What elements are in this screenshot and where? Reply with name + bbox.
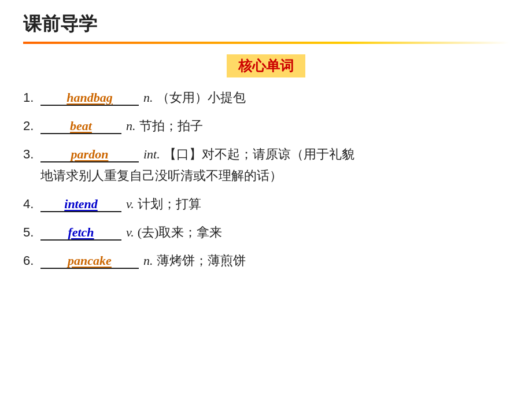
page-title: 课前导学 (23, 12, 97, 37)
list-item: 4. intend v. 计划；打算 (23, 194, 509, 213)
vocab-number: 2. (23, 116, 40, 135)
vocab-meaning: 薄烤饼；薄煎饼 (157, 251, 246, 270)
list-item: 3. pardon int. 【口】对不起；请原谅（用于礼貌 地请求别人重复自己… (23, 145, 509, 185)
vocab-blank: pancake (40, 251, 139, 270)
vocab-word: intend (64, 197, 97, 211)
vocab-meaning: (去)取来；拿来 (138, 223, 223, 242)
list-item: 2. beat n. 节拍；拍子 (23, 116, 509, 135)
page-container: 课前导学 核心单词 1. handbag n. （女用）小提包 2. beat … (0, 0, 532, 399)
list-item: 5. fetch v. (去)取来；拿来 (23, 223, 509, 242)
vocab-pos: int. (143, 145, 160, 164)
vocab-blank: beat (40, 116, 121, 135)
header: 课前导学 (23, 12, 509, 37)
list-item: 6. pancake n. 薄烤饼；薄煎饼 (23, 251, 509, 270)
vocab-meaning-continuation: 地请求别人重复自己没听清或不理解的话） (23, 166, 509, 185)
vocab-number: 4. (23, 194, 40, 213)
vocab-word: handbag (66, 90, 112, 105)
vocab-number: 3. (23, 145, 40, 164)
vocab-number: 1. (23, 88, 40, 107)
header-divider (23, 42, 509, 44)
vocab-meaning: （女用）小提包 (157, 88, 246, 107)
vocab-blank: pardon (40, 145, 139, 164)
vocab-meaning: 节拍；拍子 (139, 116, 203, 135)
vocab-pos: n. (143, 88, 153, 107)
vocab-number: 6. (23, 251, 40, 270)
vocab-blank: intend (40, 194, 121, 213)
vocab-word: pardon (71, 147, 109, 161)
vocab-list: 1. handbag n. （女用）小提包 2. beat n. 节拍；拍子 3… (23, 88, 509, 270)
vocab-meaning: 【口】对不起；请原谅（用于礼貌 (164, 145, 354, 164)
vocab-blank: fetch (40, 223, 121, 242)
vocab-pos: n. (126, 116, 136, 135)
vocab-pos: n. (143, 251, 153, 270)
core-vocab-badge: 核心单词 (227, 54, 305, 77)
vocab-word: pancake (68, 253, 112, 268)
vocab-pos: v. (126, 223, 134, 242)
vocab-word: beat (70, 119, 92, 133)
vocab-number: 5. (23, 223, 40, 242)
vocab-pos: v. (126, 194, 134, 213)
vocab-meaning: 计划；打算 (138, 194, 201, 213)
vocab-word: fetch (68, 225, 94, 239)
core-vocab-section: 核心单词 (23, 54, 509, 77)
list-item: 1. handbag n. （女用）小提包 (23, 88, 509, 107)
vocab-blank: handbag (40, 88, 139, 107)
